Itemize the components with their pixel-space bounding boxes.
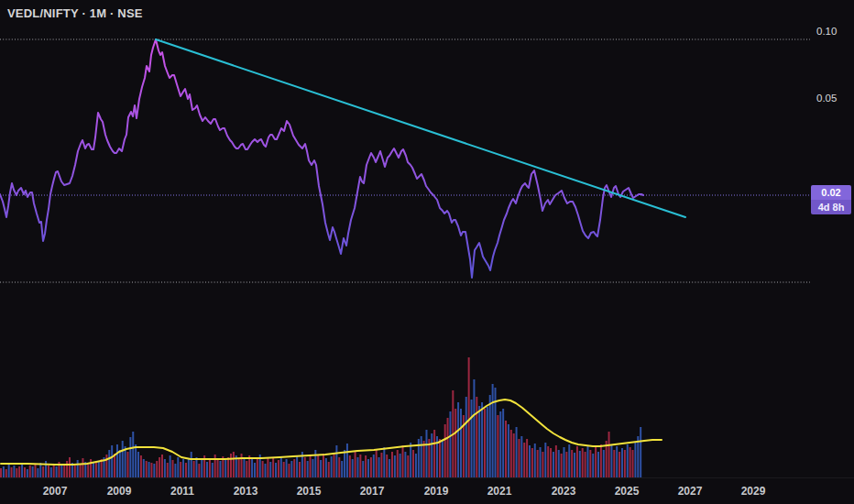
time-axis[interactable]: 2007200920112013201520172019202120232025…	[0, 477, 854, 504]
volume-bar	[288, 464, 290, 477]
volume-bar	[523, 443, 525, 477]
volume-bar	[359, 455, 361, 477]
volume-bar	[325, 458, 327, 477]
volume-bar	[269, 462, 271, 477]
volume-bar	[153, 464, 155, 477]
volume-bar	[5, 469, 7, 477]
tick-label-2013: 2013	[234, 485, 258, 498]
volume-bar	[526, 439, 528, 477]
volume-bar	[608, 432, 610, 477]
volume-bar	[484, 409, 486, 477]
volume-bar	[516, 427, 518, 477]
volume-bar	[219, 461, 221, 477]
volume-bar	[634, 443, 636, 477]
volume-bar	[447, 418, 449, 477]
volume-bar	[27, 469, 28, 477]
volume-bar	[394, 455, 396, 477]
volume-bar	[378, 457, 380, 477]
volume-bar	[433, 430, 435, 477]
volume-bar	[195, 457, 197, 477]
volume-bar	[299, 462, 301, 477]
volume-bar	[576, 446, 578, 477]
volume-bar	[174, 464, 176, 477]
volume-bar	[267, 458, 268, 477]
volume-bar	[140, 455, 142, 477]
price-scale[interactable]: 0.10 0.05 0.02 4d 8h	[810, 0, 854, 478]
volume-bar	[431, 433, 432, 477]
volume-bar	[624, 450, 626, 477]
volume-bar	[201, 460, 203, 477]
volume-bar	[161, 455, 163, 477]
volume-bar	[600, 444, 602, 477]
chart-window: VEDL/NIFTY · 1M · NSE 0.10 0.05 0.02 4d …	[0, 0, 854, 504]
volume-bar	[185, 463, 187, 477]
volume-bar	[537, 450, 539, 477]
volume-bar	[373, 455, 375, 477]
volume-bar	[238, 459, 240, 477]
volume-bar	[589, 450, 591, 477]
volume-bar	[66, 461, 68, 477]
volume-bar	[60, 466, 62, 477]
volume-bar	[341, 461, 343, 477]
volume-bar	[568, 444, 570, 477]
volume-bar	[188, 459, 190, 477]
volume-bar	[206, 462, 208, 477]
trendline[interactable]	[156, 39, 685, 217]
volume-bar	[386, 455, 388, 477]
bar-close-countdown: 4d 8h	[811, 200, 851, 214]
volume-bar	[182, 459, 184, 477]
volume-bar	[595, 447, 597, 477]
volume-bar	[214, 455, 216, 477]
volume-bar	[172, 460, 174, 477]
volume-bars	[0, 357, 641, 477]
tick-label-2025: 2025	[615, 485, 640, 498]
volume-bar	[230, 454, 232, 477]
volume-bar	[476, 397, 477, 477]
volume-bar	[77, 460, 79, 477]
volume-bar	[164, 459, 166, 477]
volume-bar	[50, 467, 52, 477]
volume-bar	[502, 409, 504, 477]
price-level-label-005: 0.05	[816, 93, 837, 104]
volume-bar	[520, 436, 522, 477]
volume-bar	[542, 452, 543, 477]
volume-bar	[241, 454, 243, 477]
volume-bar	[457, 402, 459, 477]
volume-bar	[550, 448, 552, 477]
volume-bar	[460, 409, 462, 477]
volume-bar	[191, 452, 192, 477]
volume-bar	[35, 465, 37, 477]
volume-bar	[87, 465, 89, 477]
volume-bar	[105, 455, 107, 477]
tick-label-2009: 2009	[107, 485, 132, 498]
volume-bar	[582, 448, 584, 477]
volume-bar	[489, 395, 491, 477]
volume-ma-line	[1, 400, 662, 465]
volume-bar	[640, 427, 641, 477]
volume-bar	[346, 444, 348, 477]
volume-bar	[320, 460, 322, 477]
symbol-title[interactable]: VEDL/NIFTY · 1M · NSE	[7, 6, 143, 20]
volume-bar	[48, 466, 49, 477]
volume-bar	[304, 457, 306, 477]
volume-bar	[370, 457, 372, 477]
volume-bar	[376, 450, 378, 477]
volume-bar	[217, 459, 219, 477]
volume-bar	[627, 444, 629, 477]
volume-bar	[156, 461, 158, 477]
volume-bar	[275, 463, 277, 477]
volume-bar	[529, 445, 531, 477]
volume-bar	[180, 462, 181, 477]
chart-canvas[interactable]	[0, 0, 854, 504]
volume-bar	[471, 400, 473, 477]
volume-bar	[473, 379, 475, 477]
volume-bar	[80, 464, 82, 477]
volume-bar	[499, 411, 501, 477]
volume-bar	[290, 461, 292, 477]
volume-bar	[177, 457, 179, 477]
volume-bar	[98, 461, 100, 477]
volume-bar	[362, 461, 364, 477]
volume-bar	[367, 459, 369, 477]
volume-bar	[0, 468, 2, 477]
tick-label-2029: 2029	[741, 485, 766, 498]
